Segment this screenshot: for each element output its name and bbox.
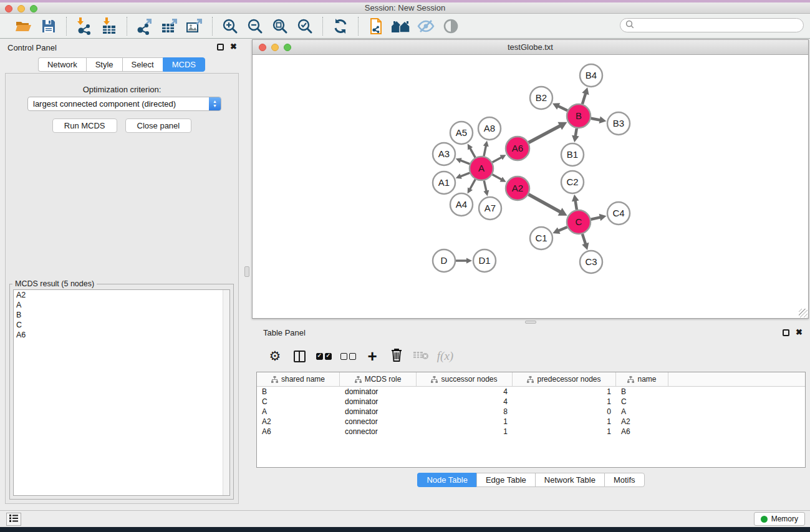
gear-button[interactable]: ⚙ bbox=[266, 347, 284, 365]
result-scrollbar[interactable] bbox=[223, 290, 229, 495]
criterion-select[interactable]: largest connected component (directed) ▲… bbox=[27, 97, 221, 111]
table-cell: 4 bbox=[417, 387, 513, 396]
import-table-icon bbox=[101, 17, 117, 35]
home-button[interactable] bbox=[391, 17, 411, 36]
tab-network[interactable]: Network bbox=[38, 57, 86, 72]
graph-node-label: A4 bbox=[456, 199, 467, 210]
float-panel-icon[interactable] bbox=[783, 329, 789, 336]
split-columns-button[interactable] bbox=[290, 347, 309, 365]
minimize-window-button[interactable] bbox=[17, 5, 25, 12]
network-resize-grip[interactable] bbox=[799, 309, 808, 317]
select-stepper-icon: ▲▼ bbox=[209, 97, 221, 110]
search-field[interactable] bbox=[620, 18, 804, 32]
open-file-icon bbox=[15, 19, 32, 34]
zoom-window-button[interactable] bbox=[30, 5, 37, 12]
splitter-grip[interactable] bbox=[244, 266, 249, 277]
delete-table-button[interactable] bbox=[412, 347, 430, 365]
splitter-grip[interactable] bbox=[525, 321, 536, 324]
tab-style[interactable]: Style bbox=[86, 57, 122, 72]
graph-edge[interactable] bbox=[470, 147, 475, 158]
graph-node-label: C3 bbox=[585, 256, 597, 267]
zoom-in-button[interactable] bbox=[220, 17, 240, 36]
memory-button[interactable]: Memory bbox=[754, 512, 805, 526]
save-session-button[interactable] bbox=[39, 17, 59, 36]
zoom-selected-button[interactable] bbox=[295, 17, 315, 36]
close-panel-icon[interactable]: ✖ bbox=[796, 328, 803, 337]
tab-mcds[interactable]: MCDS bbox=[163, 57, 205, 72]
table-row[interactable]: Cdominator41C bbox=[257, 397, 805, 407]
network-canvas[interactable]: AA1A2A3A4A5A6A7A8BB1B2B3B4CC1C2C3C4DD1 bbox=[253, 56, 808, 318]
show-panels-button[interactable] bbox=[441, 17, 461, 36]
tab-network-table[interactable]: Network Table bbox=[535, 473, 604, 487]
tab-node-table[interactable]: Node Table bbox=[417, 473, 476, 487]
hide-panels-button[interactable] bbox=[416, 17, 436, 36]
column-header[interactable]: successor nodes bbox=[417, 372, 513, 386]
function-builder-button[interactable]: f(x) bbox=[436, 347, 455, 365]
task-history-button[interactable] bbox=[6, 513, 21, 526]
result-item[interactable]: A2 bbox=[14, 290, 229, 300]
result-item[interactable]: B bbox=[14, 310, 229, 320]
export-table-button[interactable] bbox=[160, 17, 180, 36]
table-header-row: shared nameMCDS rolesuccessor nodesprede… bbox=[257, 372, 805, 387]
refresh-button[interactable] bbox=[330, 17, 350, 36]
export-image-button[interactable] bbox=[185, 17, 205, 36]
graph-edge[interactable] bbox=[470, 180, 476, 190]
vertical-splitter[interactable] bbox=[243, 39, 252, 510]
node-table[interactable]: shared nameMCDS rolesuccessor nodesprede… bbox=[256, 372, 806, 468]
float-panel-icon[interactable] bbox=[217, 44, 224, 51]
column-header[interactable]: name bbox=[616, 372, 668, 386]
tab-motifs[interactable]: Motifs bbox=[604, 473, 645, 487]
result-item[interactable]: A6 bbox=[14, 330, 229, 340]
table-row[interactable]: Bdominator41B bbox=[257, 387, 805, 397]
table-row[interactable]: A2connector11A2 bbox=[257, 417, 805, 427]
add-column-button[interactable]: + bbox=[363, 347, 382, 365]
network-window-titlebar[interactable]: testGlobe.txt bbox=[253, 40, 808, 55]
import-table-button[interactable] bbox=[99, 17, 119, 36]
graph-edge[interactable] bbox=[529, 195, 562, 213]
graph-node-label: A3 bbox=[438, 148, 450, 159]
table-cell: connector bbox=[340, 417, 417, 426]
tab-edge-table[interactable]: Edge Table bbox=[476, 473, 535, 487]
zoom-fit-button[interactable] bbox=[270, 17, 290, 36]
mcds-result-title: MCDS result (5 nodes) bbox=[12, 279, 97, 288]
edge-arrowhead-icon bbox=[483, 141, 489, 147]
zoom-network-button[interactable] bbox=[284, 44, 291, 51]
table-cell: dominator bbox=[340, 387, 417, 396]
search-input[interactable] bbox=[637, 19, 803, 32]
graph-edge[interactable] bbox=[529, 125, 562, 142]
select-all-button[interactable] bbox=[314, 347, 333, 365]
edge-arrowhead-icon bbox=[599, 214, 607, 221]
minimize-network-button[interactable] bbox=[271, 44, 279, 51]
close-window-button[interactable] bbox=[5, 5, 12, 12]
close-panel-icon[interactable]: ✖ bbox=[230, 42, 237, 51]
column-header[interactable]: shared name bbox=[257, 372, 340, 386]
tab-select[interactable]: Select bbox=[122, 57, 163, 72]
open-file-button[interactable] bbox=[14, 17, 34, 36]
result-item[interactable]: A bbox=[14, 300, 229, 310]
mcds-result-list[interactable]: A2ABCA6 bbox=[13, 289, 230, 496]
graph-edge[interactable] bbox=[484, 145, 486, 157]
close-network-button[interactable] bbox=[259, 44, 266, 51]
result-item[interactable]: C bbox=[14, 320, 229, 330]
close-panel-button[interactable]: Close panel bbox=[125, 118, 192, 133]
table-body: Bdominator41BCdominator41CAdominator80AA… bbox=[257, 387, 805, 437]
delete-column-button[interactable] bbox=[387, 347, 406, 365]
run-mcds-button[interactable]: Run MCDS bbox=[52, 118, 117, 133]
clone-network-button[interactable] bbox=[366, 17, 386, 36]
table-cell: C bbox=[616, 397, 668, 406]
table-row[interactable]: A6connector11A6 bbox=[257, 427, 805, 437]
graph-edge[interactable] bbox=[493, 157, 503, 162]
deselect-all-button[interactable] bbox=[339, 347, 357, 365]
graph-edge[interactable] bbox=[493, 175, 503, 180]
window-title: Session: New Session bbox=[0, 2, 810, 13]
column-header[interactable]: MCDS role bbox=[340, 372, 417, 386]
import-network-button[interactable] bbox=[74, 17, 94, 36]
graph-edge[interactable] bbox=[484, 181, 486, 193]
column-header[interactable]: predecessor nodes bbox=[513, 372, 616, 386]
window-controls bbox=[5, 5, 37, 12]
zoom-out-button[interactable] bbox=[245, 17, 265, 36]
export-network-button[interactable] bbox=[135, 17, 155, 36]
graph-node-label: B1 bbox=[567, 149, 578, 160]
table-row[interactable]: Adominator80A bbox=[257, 407, 805, 417]
network-window-controls bbox=[259, 44, 291, 51]
